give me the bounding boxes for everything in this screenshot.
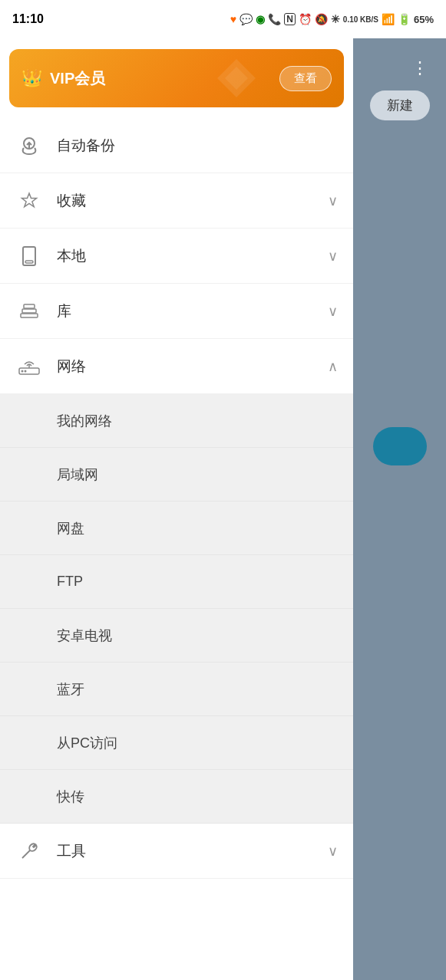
menu-item-backup[interactable]: 自动备份 — [0, 118, 353, 173]
menu-item-tools[interactable]: 工具 ∨ — [0, 824, 353, 879]
submenu-item-bluetooth[interactable]: 蓝牙 — [0, 663, 353, 716]
submenu-item-ftp[interactable]: FTP — [0, 555, 353, 609]
menu-item-favorites[interactable]: 收藏 ∨ — [0, 173, 353, 229]
svg-point-11 — [21, 370, 24, 372]
tools-chevron: ∨ — [328, 843, 338, 860]
android-tv-label: 安卓电视 — [57, 626, 112, 645]
local-chevron: ∨ — [328, 248, 338, 265]
more-button[interactable]: ⋮ — [406, 49, 434, 87]
my-network-label: 我的网络 — [57, 412, 112, 430]
library-icon — [15, 298, 43, 325]
nfc-icon: N — [284, 13, 296, 25]
menu-item-network[interactable]: 网络 ∧ — [0, 339, 353, 394]
local-label: 本地 — [57, 246, 328, 266]
local-icon — [15, 242, 43, 270]
favorites-chevron: ∨ — [328, 192, 338, 209]
status-time: 11:10 — [12, 12, 44, 26]
alarm-icon: ⏰ — [299, 13, 312, 25]
cloud-disk-label: 网盘 — [57, 519, 84, 538]
tools-label: 工具 — [57, 841, 328, 861]
vip-crown-icon: 👑 — [21, 68, 42, 88]
drawer: 👑 VIP会员 查看 自动备份 — [0, 38, 353, 980]
svg-point-12 — [25, 370, 27, 372]
ftp-label: FTP — [57, 574, 83, 590]
network-label: 网络 — [57, 357, 328, 377]
svg-rect-9 — [24, 304, 35, 308]
submenu-item-pc-access[interactable]: 从PC访问 — [0, 716, 353, 770]
network-menu-icon — [15, 353, 43, 380]
main-content: ⋮ 新建 — [353, 38, 446, 980]
signal-icon: 📶 — [382, 13, 395, 25]
wechat-icon: 💬 — [240, 13, 253, 25]
submenu-item-my-network[interactable]: 我的网络 — [0, 394, 353, 448]
library-label: 库 — [57, 301, 328, 321]
tools-icon — [15, 837, 43, 865]
backup-label: 自动备份 — [57, 136, 338, 156]
menu-item-library[interactable]: 库 ∨ — [0, 284, 353, 339]
submenu-item-lan[interactable]: 局域网 — [0, 448, 353, 502]
pc-access-label: 从PC访问 — [57, 734, 117, 752]
submenu-item-quick-transfer[interactable]: 快传 — [0, 770, 353, 824]
new-button[interactable]: 新建 — [370, 90, 430, 120]
menu-item-local[interactable]: 本地 ∨ — [0, 229, 353, 284]
bluetooth-icon: ✳ — [331, 13, 340, 25]
svg-marker-4 — [22, 193, 37, 207]
status-icons: ♥ 💬 ◉ 📞 N ⏰ 🔕 ✳ 0.10 KB/S 📶 🔋 65% — [230, 13, 434, 25]
backup-icon — [15, 132, 43, 159]
mute-icon: 🔕 — [315, 13, 328, 25]
favorites-icon — [15, 187, 43, 215]
status-bar: 11:10 ♥ 💬 ◉ 📞 N ⏰ 🔕 ✳ 0.10 KB/S 📶 🔋 65% — [0, 0, 446, 38]
lan-label: 局域网 — [57, 465, 98, 484]
battery-level: 65% — [414, 14, 434, 25]
vip-decoration — [213, 55, 259, 101]
svg-rect-8 — [22, 309, 36, 313]
submenu-item-android-tv[interactable]: 安卓电视 — [0, 609, 353, 663]
phone-icon: 📞 — [268, 13, 281, 25]
teal-action-button[interactable] — [373, 427, 427, 465]
svg-rect-7 — [21, 314, 38, 317]
vip-check-button[interactable]: 查看 — [279, 66, 332, 91]
vip-banner[interactable]: 👑 VIP会员 查看 — [9, 49, 344, 107]
favorites-label: 收藏 — [57, 191, 328, 211]
network-chevron: ∧ — [328, 358, 338, 375]
app-container: ⋮ 新建 👑 VIP会员 查看 — [0, 38, 446, 980]
submenu-item-cloud-disk[interactable]: 网盘 — [0, 502, 353, 555]
battery-icon: 🔋 — [398, 13, 411, 25]
network-icon: ♥ — [230, 13, 236, 25]
bluetooth-label: 蓝牙 — [57, 680, 84, 699]
network-submenu: 我的网络 局域网 网盘 FTP 安卓电视 蓝牙 从PC访问 快传 — [0, 394, 353, 824]
svg-rect-6 — [25, 261, 33, 263]
quick-transfer-label: 快传 — [57, 788, 84, 806]
library-chevron: ∨ — [328, 303, 338, 320]
message-icon: ◉ — [256, 13, 265, 25]
speed-text: 0.10 KB/S — [343, 15, 378, 24]
